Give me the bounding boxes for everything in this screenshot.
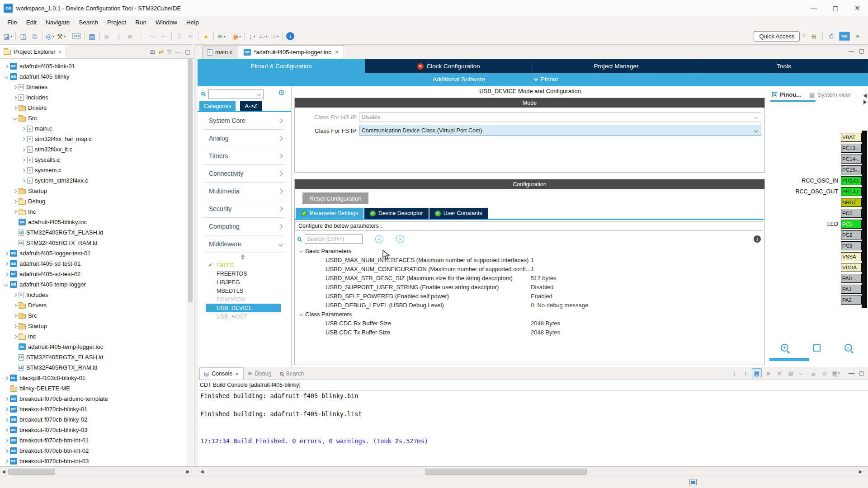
expander-icon[interactable]: [3, 408, 10, 411]
pin-pa0[interactable]: PA0-..: [841, 274, 862, 283]
scrollbar-thumb[interactable]: [8, 469, 55, 475]
parameter-row[interactable]: USBD_MAX_STR_DESC_SIZ (Maximum size for …: [296, 273, 762, 282]
tab-user-constants[interactable]: ✔User Constants: [429, 208, 488, 219]
parameter-search-input[interactable]: [305, 235, 363, 244]
pin-pc15[interactable]: PC15-..: [841, 165, 862, 174]
pin-vbat[interactable]: VBAT: [841, 133, 862, 142]
category-analog[interactable]: Analog: [203, 130, 285, 147]
scrollbar-thumb[interactable]: [425, 469, 587, 475]
open-console-icon[interactable]: ▤▾: [831, 368, 841, 378]
back-button[interactable]: ⇦▾: [258, 31, 269, 42]
middleware-libjpeg[interactable]: LIBJPEG: [206, 278, 281, 286]
pin-pc0[interactable]: PC0: [841, 209, 862, 218]
info-icon[interactable]: i: [754, 235, 761, 243]
tree-item[interactable]: LDSTM32F405RGTX_RAM.ld: [0, 362, 186, 373]
scroll-right-icon[interactable]: ▶: [186, 469, 190, 474]
tree-item[interactable]: Drivers: [0, 300, 186, 310]
tree-item[interactable]: cstm32f4xx_hal_msp.c: [0, 134, 186, 144]
collapse-all-icon[interactable]: ⊟: [150, 48, 155, 55]
sidebar-search-combo[interactable]: [208, 89, 264, 99]
open-perspective-button[interactable]: ⊞: [808, 31, 820, 42]
expander-icon[interactable]: [20, 159, 27, 161]
middleware-freertos[interactable]: FREERTOS: [206, 269, 281, 278]
pin-vssa[interactable]: VSSA: [841, 252, 862, 261]
tree-item[interactable]: IDEbreakout-f070cb-btn-int-01: [0, 435, 186, 446]
new-button[interactable]: ◪▾: [3, 31, 13, 42]
middleware-usb_host[interactable]: USB_HOST: [206, 312, 281, 321]
info-button[interactable]: i: [286, 32, 294, 40]
pin-pc14[interactable]: PC14-..: [841, 155, 862, 164]
tree-item[interactable]: hIncludes: [0, 290, 186, 300]
pin-nrst[interactable]: NRST: [841, 198, 862, 207]
tree-item[interactable]: IDEadafruit-f405-blink-01: [0, 61, 186, 71]
expander-icon[interactable]: [11, 190, 19, 192]
pin-ph0o[interactable]: PH0-O..: [841, 176, 862, 185]
tree-item[interactable]: IDEadafruit-f405-logger-test-01: [0, 248, 186, 258]
parameter-row[interactable]: USBD_DEBUG_LEVEL (USBD Debug Level)0: No…: [296, 300, 762, 310]
parameter-row[interactable]: USBD_MAX_NUM_INTERFACES (Maximum number …: [296, 255, 762, 264]
last-edit-location-button[interactable]: ↓▾: [247, 31, 257, 42]
step-return-button[interactable]: ↩: [159, 31, 169, 42]
expander-icon[interactable]: [20, 127, 27, 130]
tree-item[interactable]: 01Binaries: [0, 82, 186, 92]
parameter-row[interactable]: USB CDC Rx Buffer Size2048 Bytes: [296, 319, 762, 328]
expander-icon[interactable]: [11, 211, 19, 213]
pin-pc1[interactable]: PC1: [841, 220, 862, 229]
category-security[interactable]: Security: [203, 200, 285, 218]
project-explorer-tab[interactable]: Project Explorer ✕: [0, 45, 66, 58]
debug-perspective-button[interactable]: ✳: [852, 31, 863, 42]
scroll-to-bottom-icon[interactable]: ↓: [729, 368, 739, 378]
close-icon[interactable]: ✕: [335, 49, 339, 55]
expander-icon[interactable]: [20, 179, 27, 182]
pinout-menu[interactable]: Pinout: [534, 76, 558, 83]
console-output[interactable]: Finished building: adafruit-f405-blinky.…: [200, 392, 866, 446]
category-computing[interactable]: Computing: [203, 218, 285, 235]
open-console-display-button[interactable]: ▤: [87, 31, 97, 42]
drop-to-frame-button[interactable]: ↧: [174, 31, 184, 42]
parameter-row[interactable]: USBD_SUPPORT_USER_STRING (Enable user st…: [296, 282, 762, 291]
tree-item[interactable]: hIncludes: [0, 92, 186, 103]
expander-icon[interactable]: [11, 86, 19, 89]
tree-item[interactable]: IDEadafruit-f405-sd-test-02: [0, 269, 186, 279]
nav-tab-clock-configuration[interactable]: ✕Clock Configuration: [365, 59, 533, 73]
category-system-core[interactable]: System Core: [203, 112, 285, 130]
menu-navigate[interactable]: Navigate: [41, 18, 74, 27]
minimize-icon[interactable]: —: [849, 370, 854, 376]
expander-icon[interactable]: [3, 65, 10, 68]
coverage-button[interactable]: ◎▾: [45, 31, 55, 42]
tab-parameter-settings[interactable]: ✔Parameter Settings: [296, 208, 363, 219]
expander-icon[interactable]: [298, 313, 304, 315]
pin-pc13[interactable]: PC13-..: [841, 144, 862, 153]
minimize-icon[interactable]: —: [175, 48, 181, 55]
sidebar-tab-categories[interactable]: Categories: [199, 101, 236, 111]
tree-item[interactable]: csyscalls.c: [0, 155, 186, 165]
tree-item[interactable]: Src: [0, 310, 186, 321]
next-match-button[interactable]: >: [396, 235, 404, 243]
console-tab-debug[interactable]: ✳Debug: [244, 367, 276, 380]
pinout-tab-pinout[interactable]: Pinou...: [772, 89, 801, 100]
parameter-group[interactable]: Basic Parameters: [296, 246, 762, 255]
remove-all-launches-icon[interactable]: ⊠: [786, 368, 796, 378]
menu-search[interactable]: Search: [74, 18, 103, 27]
step-over-button[interactable]: ↪: [147, 31, 158, 42]
pin-pa2[interactable]: PA2: [841, 296, 862, 305]
tree-item[interactable]: IDEadafruit-f405-sd-test-01: [0, 258, 186, 269]
lightbulb-button[interactable]: ●: [201, 31, 211, 42]
tree-item[interactable]: LDSTM32F405RGTX_RAM.ld: [0, 238, 186, 248]
expander-icon[interactable]: [11, 117, 19, 120]
tree-item[interactable]: IDEblackpill-f103c8-blinky-01: [0, 373, 186, 383]
close-icon[interactable]: ✕: [58, 49, 61, 54]
tree-item[interactable]: LDSTM32F405RGTX_FLASH.ld: [0, 352, 186, 362]
tree-item[interactable]: Inc: [0, 331, 186, 342]
link-with-editor-icon[interactable]: ⇄: [159, 48, 164, 55]
build-binary-button[interactable]: 010: [71, 31, 82, 42]
menu-run[interactable]: Run: [131, 18, 151, 27]
scroll-left-icon[interactable]: ◀: [2, 469, 5, 474]
expander-icon[interactable]: [3, 460, 10, 463]
pin-pc2[interactable]: PC2: [841, 230, 862, 239]
expander-icon[interactable]: [11, 314, 19, 317]
menu-project[interactable]: Project: [103, 18, 131, 27]
expander-icon[interactable]: [3, 273, 10, 276]
category-timers[interactable]: Timers: [203, 147, 285, 165]
menu-window[interactable]: Window: [151, 18, 182, 27]
